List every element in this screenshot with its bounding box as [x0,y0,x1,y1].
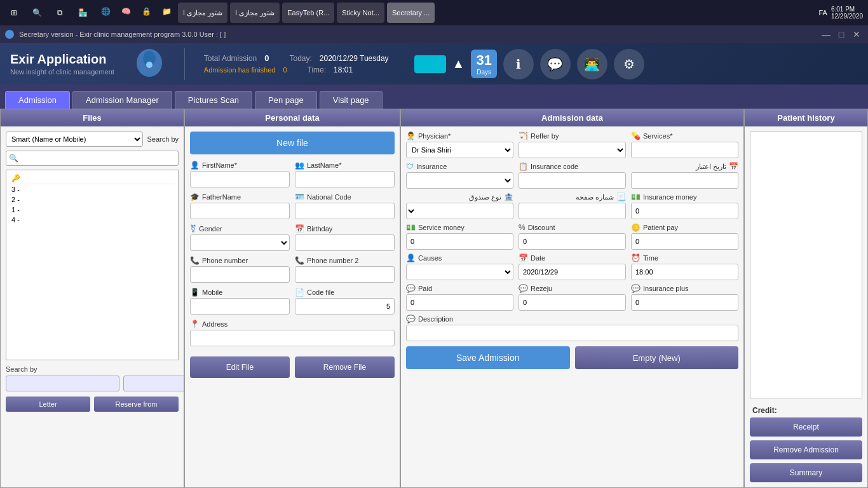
taskbar-app-5[interactable]: Secretary ... [387,3,435,23]
total-admission-value: 0 [264,53,269,63]
edit-file-button[interactable]: Edit File [190,356,290,378]
remove-admission-button[interactable]: Remove Admission [750,440,862,459]
list-item[interactable]: 4 - [9,215,175,225]
insurance-money-input[interactable] [631,203,738,219]
taskbar-app-1[interactable]: شتور مجازی ا [178,3,227,23]
remove-file-button[interactable]: Remove File [295,356,395,378]
tab-visit-page[interactable]: Visit page [320,91,383,109]
reffer-select[interactable] [519,142,626,158]
map-icon [190,320,200,329]
tab-admission[interactable]: Admission [5,91,70,109]
patient-pay-group: Patient pay [631,223,738,250]
tab-pen-page[interactable]: Pen page [255,91,317,109]
folder-icon[interactable]: 📁 [158,3,175,20]
windows-start-icon[interactable]: ⊞ [5,4,23,22]
minimize-button[interactable]: — [820,28,832,41]
description-group: Description [406,315,738,341]
gender-select[interactable]: Male Female [190,234,290,251]
insurance-select[interactable] [406,172,513,189]
insurance-plus-input[interactable] [631,294,738,311]
service-money-input[interactable] [406,233,513,250]
arrow-up-icon[interactable]: ▲ [452,57,465,71]
gender-group: Gender Male Female [190,224,290,251]
paid-input[interactable] [406,294,513,311]
insurance-code-input[interactable] [519,172,626,189]
search-input[interactable] [6,151,179,166]
discount-input[interactable] [519,233,626,250]
days-label: Days [476,69,491,76]
list-item[interactable]: 1 - [9,205,175,215]
codefile-input[interactable] [295,298,395,315]
discount-group: Discount [519,223,626,250]
services-input[interactable] [631,142,738,158]
search-dropdown[interactable]: Smart (Name or Mobile) By Name By Mobile… [6,132,143,147]
causes-select[interactable] [406,264,513,280]
lock-icon[interactable]: 🔒 [137,3,155,20]
info-icon-btn[interactable]: ℹ [503,49,534,79]
page-icon [616,193,626,201]
brain-icon[interactable]: 🧠 [117,3,135,20]
settings-icon-btn[interactable]: ⚙ [614,49,644,79]
svg-point-2 [146,62,153,68]
birthday-input[interactable] [295,234,395,251]
header: Exir Application New insight of clinic m… [0,43,868,85]
store-icon[interactable]: 🏪 [74,4,92,22]
taskbar-app-4[interactable]: Sticky Not... [337,3,384,23]
physician-select[interactable]: Dr Sina Shiri [406,142,513,158]
taskbar-app-2[interactable]: شتور مجازی ا [230,3,280,23]
page-num-input[interactable] [519,203,626,219]
new-file-button[interactable]: New file [190,132,395,154]
taskbar-app-3[interactable]: EasyTeb (R... [282,3,334,23]
insurance-date-input[interactable] [631,172,738,189]
letter-button[interactable]: Letter [6,396,90,412]
mobile-input[interactable] [190,298,290,315]
reserve-from-button[interactable]: Reserve from [94,396,179,412]
days-box: 31 Days [471,50,496,78]
lastname-input[interactable] [295,171,395,187]
address-input[interactable] [190,330,395,346]
search-small-input-2[interactable] [123,376,184,391]
paid-icon [406,284,416,293]
reffer-group: Reffer by [519,132,626,158]
titlebar: Secretary version - Exir clinic manageme… [0,25,868,43]
description-input[interactable] [406,325,738,341]
rezeju-input[interactable] [519,294,626,311]
summary-button[interactable]: Summary [750,463,862,482]
fathername-input[interactable] [190,203,290,219]
taskbar: ⊞ 🔍 ⧉ 🏪 🌐 🧠 🔒 📁 شتور مجازی ا شتور مجازی … [0,0,868,25]
list-item[interactable]: 🔑 [9,173,175,184]
tab-admission-manager[interactable]: Admission Manager [72,91,172,109]
support-icon-btn[interactable]: 👨‍💻 [577,49,607,79]
fund-type-select[interactable] [406,203,513,219]
tab-pictures-scan[interactable]: Pictures Scan [175,91,252,109]
hat-icon [190,193,200,201]
patient-pay-input[interactable] [631,233,738,250]
time-input[interactable] [631,264,738,280]
date-input[interactable] [519,264,626,280]
fathername-group: FatherName [190,193,290,219]
app-logo [133,47,165,79]
search-taskbar-icon[interactable]: 🔍 [28,4,46,22]
paid-label: Paid [406,284,513,293]
receipt-button[interactable]: Receipt [750,417,862,437]
save-admission-button[interactable]: Save Admission [406,346,570,369]
phone-input[interactable] [190,266,290,283]
reffer-label: Reffer by [519,132,626,140]
search-small-input-1[interactable] [6,376,119,391]
chat-icon-btn[interactable]: 💬 [540,49,571,79]
maximize-button[interactable]: □ [835,28,848,41]
phone2-input[interactable] [295,266,395,283]
empty-new-button[interactable]: Empty (New) [575,346,739,369]
close-button[interactable]: ✕ [850,28,863,41]
nationalcode-input[interactable] [295,203,395,219]
files-list[interactable]: 🔑 3 - 2 - 1 - 4 - [6,170,179,360]
list-item[interactable]: 2 - [9,194,175,205]
taskview-icon[interactable]: ⧉ [51,4,69,22]
taskbar-app-label: EasyTeb (R... [287,9,329,17]
edge-icon[interactable]: 🌐 [97,3,114,20]
mobile-icon [190,288,200,297]
list-item[interactable]: 3 - [9,184,175,194]
color-indicator[interactable] [414,55,446,73]
firstname-input[interactable] [190,171,290,187]
total-admission-label: Total Admission [204,54,257,63]
